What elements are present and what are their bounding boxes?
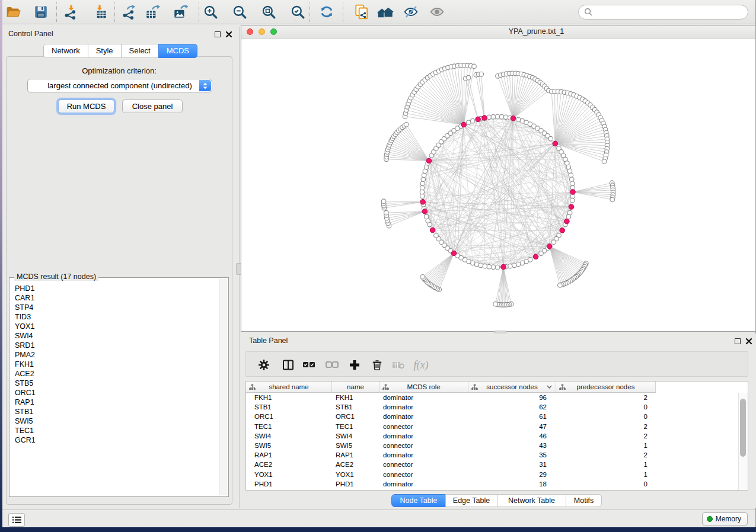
- float-panel-icon[interactable]: [215, 31, 221, 37]
- optimization-criterion-select[interactable]: largest connected component (undirected): [27, 79, 212, 92]
- export-table-icon[interactable]: [143, 3, 161, 21]
- mcds-result-item[interactable]: SWI5: [10, 416, 219, 426]
- mcds-result-item[interactable]: STP4: [10, 303, 219, 312]
- mcds-result-item[interactable]: TID3: [10, 312, 219, 322]
- network-node[interactable]: [472, 64, 477, 69]
- task-history-button[interactable]: [8, 513, 25, 527]
- tab-node-table[interactable]: Node Table: [391, 494, 446, 507]
- network-node[interactable]: [512, 263, 516, 268]
- network-graph[interactable]: [241, 39, 755, 331]
- table-row[interactable]: RAP1RAP1dominator352: [246, 450, 656, 460]
- maximize-window-icon[interactable]: [270, 28, 277, 35]
- network-node[interactable]: [434, 233, 439, 238]
- table-row[interactable]: STB1STB1dominator620: [246, 402, 656, 412]
- tab-mcds[interactable]: MCDS: [158, 44, 197, 58]
- network-node[interactable]: [548, 136, 553, 141]
- network-node[interactable]: [610, 197, 615, 202]
- network-node[interactable]: [420, 194, 425, 198]
- network-node[interactable]: [424, 214, 429, 219]
- tab-select[interactable]: Select: [121, 44, 159, 58]
- network-node[interactable]: [558, 283, 563, 288]
- network-node[interactable]: [483, 264, 487, 268]
- network-node[interactable]: [404, 122, 409, 127]
- column-header-mcds-role[interactable]: MCDS role: [379, 382, 468, 393]
- import-network-icon[interactable]: [62, 3, 80, 21]
- tab-network-table[interactable]: Network Table: [497, 494, 566, 507]
- save-session-icon[interactable]: [32, 3, 50, 21]
- network-hub-node-selected[interactable]: [533, 254, 538, 259]
- network-node[interactable]: [493, 302, 498, 306]
- tab-edge-table[interactable]: Edge Table: [445, 494, 497, 507]
- zoom-selected-icon[interactable]: [289, 3, 307, 21]
- network-node[interactable]: [466, 75, 471, 80]
- network-hub-node-selected[interactable]: [426, 158, 432, 164]
- network-hub-node-selected[interactable]: [547, 244, 552, 249]
- apply-layout-icon[interactable]: [318, 3, 336, 21]
- mcds-result-item[interactable]: GCR1: [10, 435, 219, 445]
- table-row[interactable]: SWI5SWI5connector431: [246, 441, 656, 450]
- zoom-out-icon[interactable]: [231, 3, 248, 21]
- network-node[interactable]: [503, 115, 508, 120]
- network-node[interactable]: [570, 198, 575, 203]
- network-node[interactable]: [495, 114, 500, 119]
- table-scrollbar-thumb[interactable]: [740, 399, 746, 457]
- table-row[interactable]: SWI4SWI4dominator462: [246, 431, 656, 441]
- close-table-panel-icon[interactable]: [745, 338, 752, 345]
- network-node[interactable]: [491, 114, 496, 119]
- minimize-window-icon[interactable]: [259, 28, 265, 35]
- mcds-result-item[interactable]: ACE2: [10, 369, 219, 379]
- table-row[interactable]: PHD1PHD1dominator180: [246, 479, 656, 489]
- import-table-icon[interactable]: [91, 3, 109, 21]
- network-node[interactable]: [420, 181, 425, 186]
- table-scrollbar[interactable]: [738, 393, 748, 490]
- network-node[interactable]: [384, 210, 389, 215]
- network-node[interactable]: [491, 265, 496, 270]
- table-row[interactable]: FKH1FKH1dominator962: [246, 393, 656, 402]
- table-row[interactable]: ACE2ACE2connector311: [246, 460, 656, 469]
- node-table[interactable]: shared namenameMCDS rolesuccessor nodesp…: [245, 381, 748, 491]
- delete-column-icon[interactable]: [369, 357, 385, 373]
- network-node[interactable]: [569, 173, 573, 178]
- network-node[interactable]: [479, 72, 484, 76]
- network-node[interactable]: [470, 118, 475, 123]
- network-node[interactable]: [421, 177, 426, 182]
- search-input[interactable]: [595, 7, 748, 18]
- network-node[interactable]: [569, 177, 574, 182]
- mcds-list-scrollbar[interactable]: [219, 279, 227, 495]
- mcds-result-item[interactable]: CAR1: [10, 293, 219, 303]
- table-row[interactable]: TEC1TEC1connector472: [246, 422, 656, 431]
- network-window-titlebar[interactable]: YPA_prune.txt_1: [241, 25, 755, 39]
- close-panel-icon[interactable]: [225, 31, 232, 38]
- mcds-result-item[interactable]: RAP1: [10, 398, 219, 407]
- mcds-result-item[interactable]: STB1: [10, 407, 219, 416]
- search-box[interactable]: [578, 5, 748, 20]
- create-column-icon[interactable]: [347, 357, 362, 373]
- network-node[interactable]: [487, 264, 492, 269]
- network-hub-node-selected[interactable]: [476, 117, 481, 122]
- network-node[interactable]: [551, 240, 556, 245]
- network-node[interactable]: [381, 199, 386, 204]
- network-node[interactable]: [570, 181, 575, 186]
- network-hub-node-selected[interactable]: [501, 264, 506, 270]
- memory-button[interactable]: Memory: [702, 512, 748, 525]
- network-node[interactable]: [420, 185, 425, 190]
- export-image-icon[interactable]: [171, 3, 189, 21]
- network-node[interactable]: [420, 190, 425, 194]
- close-panel-button[interactable]: Close panel: [122, 100, 183, 113]
- network-hub-node-selected[interactable]: [553, 141, 558, 146]
- mcds-result-item[interactable]: SWI4: [10, 331, 219, 341]
- network-hub-node-selected[interactable]: [430, 227, 435, 233]
- network-hub-node-selected[interactable]: [451, 251, 457, 256]
- float-table-panel-icon[interactable]: [735, 338, 741, 344]
- network-node[interactable]: [508, 264, 512, 268]
- table-row[interactable]: ORC1ORC1dominator610: [246, 412, 656, 421]
- network-hub-node-selected[interactable]: [570, 190, 576, 195]
- show-column-panel-icon[interactable]: [280, 357, 296, 373]
- show-all-icon[interactable]: [428, 3, 446, 21]
- network-node[interactable]: [495, 265, 500, 270]
- export-network-icon[interactable]: [120, 3, 138, 21]
- tab-motifs[interactable]: Motifs: [566, 494, 602, 507]
- mcds-result-item[interactable]: FKH1: [10, 360, 219, 369]
- column-header-shared-name[interactable]: shared name: [246, 382, 332, 393]
- network-hub-node-selected[interactable]: [422, 209, 428, 214]
